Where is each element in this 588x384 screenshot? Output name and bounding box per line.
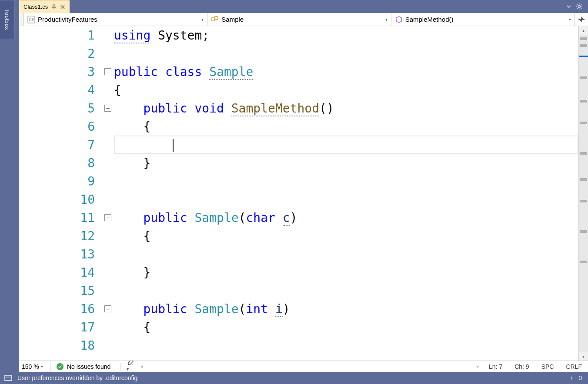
code-editor[interactable]: 1using System;23−public class Sample4{5−… <box>19 26 588 361</box>
pin-icon[interactable] <box>51 4 57 10</box>
code-line[interactable]: 2 <box>19 44 578 63</box>
csharp-file-icon: C# <box>27 16 35 23</box>
scroll-up-icon[interactable]: ▴ <box>579 26 588 35</box>
divider <box>120 363 120 371</box>
line-ending-mode[interactable]: CRLF <box>560 363 588 370</box>
collapse-icon[interactable]: − <box>104 305 111 312</box>
publish-icon[interactable]: ↑ <box>570 374 573 381</box>
line-indicator[interactable]: Ln: 7 <box>483 363 508 370</box>
code-line[interactable]: 12 { <box>19 227 578 245</box>
code-line[interactable]: 3−public class Sample <box>19 63 578 81</box>
chevron-down-icon: ▾ <box>385 17 388 22</box>
code-line[interactable]: 18 <box>19 336 578 354</box>
code-content[interactable]: } <box>114 156 578 170</box>
code-content[interactable]: } <box>114 265 578 280</box>
split-window-button[interactable] <box>575 13 588 26</box>
code-line[interactable]: 11− public Sample(char c) <box>19 209 578 227</box>
document-tab-active[interactable]: Class1.cs <box>19 0 70 13</box>
notification-count[interactable]: 0 <box>578 374 584 381</box>
navigation-bar: C# ProductivityFeatures ▾ Sample ▾ Sampl… <box>19 13 588 26</box>
fold-gutter[interactable]: − <box>102 214 114 221</box>
scroll-left-icon[interactable]: ◂ <box>140 364 143 369</box>
column-indicator[interactable]: Ch: 9 <box>508 363 535 370</box>
code-content[interactable]: public Sample(char c) <box>114 211 578 225</box>
zoom-value: 150 % <box>22 363 39 370</box>
line-number: 4 <box>19 83 102 97</box>
code-line[interactable]: 15 <box>19 281 578 300</box>
scroll-right-icon[interactable]: ▸ <box>477 364 479 369</box>
line-number: 11 <box>19 211 102 225</box>
line-number: 6 <box>19 119 102 134</box>
scroll-down-icon[interactable]: ▾ <box>579 352 588 361</box>
code-line[interactable]: 13 <box>19 245 578 263</box>
svg-rect-4 <box>215 17 218 20</box>
member-dropdown[interactable]: SampleMethod() ▾ <box>391 13 575 26</box>
line-number: 18 <box>19 338 102 353</box>
code-content[interactable]: public class Sample <box>114 65 578 79</box>
namespace-label: ProductivityFeatures <box>38 16 199 23</box>
collapse-icon[interactable]: − <box>104 68 111 75</box>
line-number: 3 <box>19 65 102 79</box>
namespace-dropdown[interactable]: C# ProductivityFeatures ▾ <box>24 13 207 26</box>
line-number: 7 <box>19 138 102 152</box>
code-line[interactable]: 8 } <box>19 154 578 172</box>
toolbox-tab[interactable]: Toolbox <box>0 0 15 39</box>
zoom-dropdown[interactable]: 150 % ▾ <box>19 361 50 372</box>
active-files-dropdown-icon[interactable] <box>566 4 571 9</box>
indent-mode[interactable]: SPC <box>535 363 560 370</box>
code-line[interactable]: 5− public void SampleMethod() <box>19 99 578 117</box>
collapse-icon[interactable]: − <box>104 105 111 112</box>
code-content[interactable]: { <box>114 229 578 243</box>
svg-point-0 <box>578 6 581 8</box>
overview-track[interactable] <box>579 35 588 352</box>
chevron-down-icon: ▾ <box>569 17 571 22</box>
error-summary[interactable]: No issues found <box>50 363 117 370</box>
code-line[interactable]: 10 <box>19 190 578 209</box>
code-content[interactable] <box>114 138 578 152</box>
line-number: 5 <box>19 101 102 116</box>
code-line[interactable]: 14 } <box>19 263 578 281</box>
code-line[interactable]: 17 { <box>19 318 578 336</box>
toolbox-label: Toolbox <box>4 9 10 30</box>
nav-left-gap <box>19 13 24 26</box>
app-status-bar: User preferences overridden by .editorco… <box>0 372 588 384</box>
code-line[interactable]: 4{ <box>19 81 578 99</box>
chevron-down-icon: ▾ <box>201 17 204 22</box>
line-number: 9 <box>19 174 102 189</box>
collapse-icon[interactable]: − <box>104 214 111 221</box>
line-number: 16 <box>19 302 102 316</box>
horizontal-scrollbar[interactable]: ◂ ▸ <box>137 364 483 369</box>
code-content[interactable]: { <box>114 320 578 334</box>
code-line[interactable]: 6 { <box>19 117 578 136</box>
status-message: User preferences overridden by .editorco… <box>17 374 137 381</box>
class-icon <box>211 16 219 23</box>
code-line[interactable]: 9 <box>19 172 578 190</box>
fold-gutter[interactable]: − <box>102 105 114 112</box>
method-icon <box>395 16 403 23</box>
editorconfig-icon <box>4 375 12 381</box>
code-line[interactable]: 7 <box>19 136 578 154</box>
line-number: 13 <box>19 247 102 262</box>
class-dropdown[interactable]: Sample ▾ <box>207 13 391 26</box>
editor-status-bar: 150 % ▾ No issues found ▾ ◂ ▸ Ln: 7 Ch: … <box>19 361 588 372</box>
code-content[interactable]: { <box>114 119 578 134</box>
overview-ruler[interactable]: ▴ ▾ <box>578 26 588 361</box>
document-tab-strip: Class1.cs <box>0 0 588 13</box>
line-number: 8 <box>19 156 102 170</box>
close-icon[interactable] <box>60 4 65 10</box>
gear-icon[interactable] <box>576 3 583 10</box>
check-circle-icon <box>57 363 63 370</box>
code-content[interactable]: using System; <box>114 28 578 43</box>
fold-gutter[interactable]: − <box>102 68 114 75</box>
code-line[interactable]: 16− public Sample(int i) <box>19 300 578 318</box>
code-content[interactable]: public void SampleMethod() <box>114 101 578 116</box>
fold-gutter[interactable]: − <box>102 305 114 312</box>
code-line[interactable]: 1using System; <box>19 26 578 44</box>
line-number: 15 <box>19 284 102 298</box>
code-content[interactable]: public Sample(int i) <box>114 302 578 316</box>
tab-label: Class1.cs <box>23 3 48 10</box>
member-label: SampleMethod() <box>405 16 566 23</box>
code-content[interactable]: { <box>114 83 578 97</box>
issues-text: No issues found <box>67 363 110 370</box>
svg-text:C#: C# <box>29 17 34 22</box>
